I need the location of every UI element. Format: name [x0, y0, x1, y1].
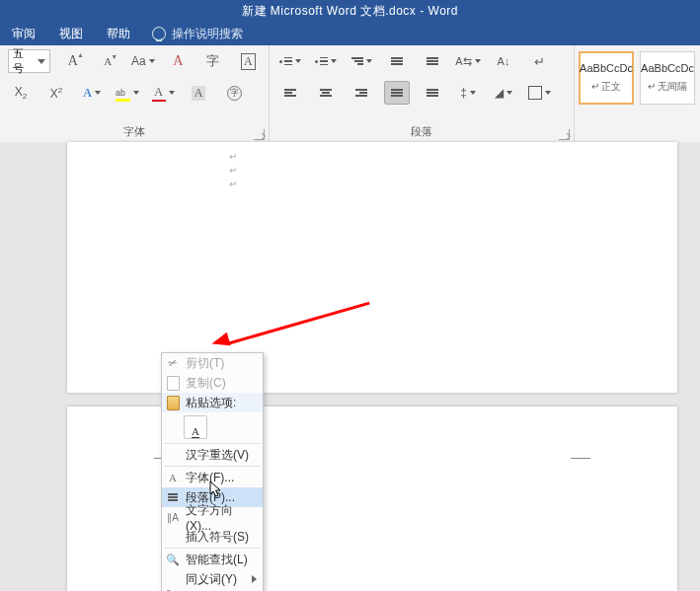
borders-icon [528, 86, 542, 100]
ribbon-tabs: 审阅 视图 帮助 操作说明搜索 [0, 22, 700, 45]
shading-button[interactable]: ◢ [491, 81, 516, 105]
line-spacing-icon: ‡ [460, 86, 467, 100]
smart-lookup-icon: 🔍 [166, 553, 180, 566]
clear-formatting-button[interactable]: A [166, 49, 191, 73]
doc-name: 新建 Microsoft Word 文档.docx [242, 4, 416, 18]
paste-keep-text-icon: A [184, 415, 207, 439]
align-left-button[interactable] [277, 81, 303, 105]
highlight-icon [116, 85, 130, 102]
font-size-select[interactable]: 五号 [8, 49, 50, 73]
ctx-text-direction[interactable]: ∥A 文字方向(X)... [162, 507, 263, 527]
title-bar: 新建 Microsoft Word 文档.docx - Word [0, 0, 700, 22]
change-case-button[interactable]: Aa [130, 49, 156, 73]
paragraph-lines-icon [166, 490, 180, 504]
align-right-icon [355, 88, 367, 98]
character-border-button[interactable]: A [236, 49, 261, 73]
align-justify-button[interactable] [384, 81, 410, 105]
window-title: 新建 Microsoft Word 文档.docx - Word [242, 3, 458, 20]
separator [164, 443, 261, 444]
ribbon: 五号 A▲ A▼ Aa A 字 A X2 X2 A A A 字 字体 [0, 45, 700, 143]
bullets-button[interactable] [277, 49, 303, 73]
bullets-icon [279, 57, 292, 66]
numbering-button[interactable] [313, 49, 339, 73]
separator [164, 548, 261, 549]
ctx-cut[interactable]: ✂ 剪切(T) [162, 353, 263, 373]
align-center-button[interactable] [313, 81, 339, 105]
search-placeholder: 操作说明搜索 [172, 26, 243, 42]
grow-font-button[interactable]: A▲ [60, 49, 85, 73]
paragraph-dialog-launcher[interactable] [559, 129, 570, 140]
asian-layout-icon: A⇆ [455, 55, 471, 68]
align-left-icon [284, 88, 296, 98]
page-1[interactable]: ↵↵↵ [67, 142, 677, 393]
page-2[interactable] [67, 406, 677, 591]
tab-help[interactable]: 帮助 [95, 22, 142, 45]
numbering-icon [315, 57, 328, 66]
group-styles: AaBbCcDc ↵ 正文 AaBbCcDc ↵ 无间隔 [575, 45, 700, 142]
sort-button[interactable]: A↓ [491, 49, 516, 73]
lightbulb-icon [152, 27, 166, 40]
copy-icon [166, 376, 180, 390]
subscript-button[interactable]: X2 [8, 81, 34, 105]
outdent-icon [391, 56, 403, 66]
chevron-down-icon [38, 59, 45, 64]
multilevel-icon [351, 56, 363, 66]
phonetic-guide-button[interactable]: 字 [200, 49, 225, 73]
pilcrow-icon: ↵ [534, 54, 545, 69]
paint-bucket-icon: ◢ [495, 86, 504, 100]
ctx-reconvert[interactable]: 汉字重选(V) [162, 445, 263, 465]
align-right-button[interactable] [349, 81, 374, 105]
group-paragraph-label: 段落 [270, 124, 574, 142]
clipboard-icon [166, 396, 180, 409]
ctx-copy[interactable]: 复制(C) [162, 373, 263, 393]
margin-mark-right [571, 458, 590, 459]
style-normal[interactable]: AaBbCcDc ↵ 正文 [579, 51, 634, 105]
style-nospacing[interactable]: AaBbCcDc ↵ 无间隔 [640, 51, 695, 105]
shrink-font-button[interactable]: A▼ [96, 49, 120, 73]
font-dialog-launcher[interactable] [254, 129, 265, 140]
document-area: ↵↵↵ ✂ 剪切(T) 复制(C) 粘贴选项: A 汉字重选(V) A 字体(F… [0, 142, 700, 591]
align-justify-icon [391, 88, 403, 98]
align-center-icon [320, 88, 332, 98]
context-menu: ✂ 剪切(T) 复制(C) 粘贴选项: A 汉字重选(V) A 字体(F)...… [161, 352, 264, 591]
indent-icon [427, 56, 438, 66]
highlight-button[interactable] [115, 81, 140, 105]
align-distributed-button[interactable] [420, 81, 445, 105]
paragraph-marks: ↵↵↵ [229, 150, 237, 191]
app-name: Word [428, 4, 458, 18]
increase-indent-button[interactable] [420, 49, 445, 73]
ctx-paste-options-header: 粘贴选项: [162, 393, 263, 412]
decrease-indent-button[interactable] [384, 49, 410, 73]
ctx-insert-symbol[interactable]: 插入符号(S) [162, 527, 263, 547]
separator [164, 466, 261, 467]
text-effects-button[interactable]: A [79, 81, 105, 105]
ctx-font[interactable]: A 字体(F)... [162, 468, 263, 487]
font-a-icon: A [166, 471, 180, 484]
line-spacing-button[interactable]: ‡ [455, 81, 481, 105]
show-marks-button[interactable]: ↵ [526, 49, 552, 73]
tab-review[interactable]: 审阅 [0, 22, 47, 45]
multilevel-list-button[interactable] [349, 49, 374, 73]
enclose-characters-button[interactable]: 字 [221, 81, 247, 105]
character-shading-button[interactable]: A [186, 81, 211, 105]
text-direction-icon: ∥A [166, 510, 180, 524]
group-font-label: 字体 [0, 124, 269, 142]
asian-layout-button[interactable]: A⇆ [455, 49, 481, 73]
font-color-button[interactable]: A [150, 81, 176, 105]
group-font: 五号 A▲ A▼ Aa A 字 A X2 X2 A A A 字 字体 [0, 45, 270, 142]
tell-me-search[interactable]: 操作说明搜索 [152, 26, 243, 42]
tab-view[interactable]: 视图 [47, 22, 95, 45]
scissors-icon: ✂ [164, 354, 182, 372]
align-distributed-icon [427, 88, 438, 98]
group-paragraph: A⇆ A↓ ↵ ‡ ◢ 段落 [270, 45, 575, 142]
sort-icon: A↓ [498, 55, 510, 67]
ctx-smart-lookup[interactable]: 🔍 智能查找(L) [162, 550, 263, 569]
superscript-button[interactable]: X2 [43, 81, 69, 105]
borders-button[interactable] [526, 81, 552, 105]
ctx-paste-option-keep-text[interactable]: A [162, 412, 263, 442]
